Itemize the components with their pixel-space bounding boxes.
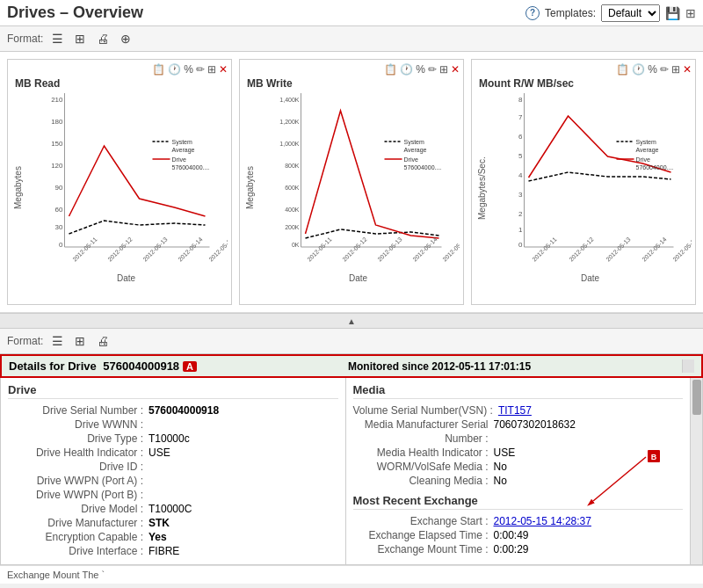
svg-text:60: 60 bbox=[55, 206, 63, 214]
page-header: Drives – Overview ? Templates: Default 💾… bbox=[0, 0, 703, 26]
chart-percent-icon3[interactable]: % bbox=[648, 63, 657, 76]
lower-grid-icon[interactable]: ⊞ bbox=[71, 332, 89, 350]
drive-model-row: Drive Model : T10000C bbox=[8, 503, 338, 515]
svg-text:576004000....: 576004000.... bbox=[172, 164, 210, 171]
exchange-start-value: 2012-05-15 14:28:37 bbox=[494, 515, 591, 527]
chart-close-icon3[interactable]: ✕ bbox=[683, 63, 692, 76]
exchange-start-link[interactable]: 2012-05-15 14:28:37 bbox=[494, 515, 591, 527]
svg-text:90: 90 bbox=[55, 184, 63, 192]
exchange-mount-row: Exchange Mount Time : 0:00:29 bbox=[353, 543, 684, 555]
chart-mb-read-toolbar: 📋 🕐 % ✏ ⊞ ✕ bbox=[11, 63, 228, 76]
media-vsn-value: TIT157 bbox=[498, 404, 532, 417]
drive-serial-value: 576004000918 bbox=[149, 404, 219, 417]
media-worm-row: WORM/VolSafe Media : No bbox=[353, 461, 684, 473]
chart-edit-icon[interactable]: ✏ bbox=[196, 63, 205, 76]
chart-copy-icon3[interactable]: 📋 bbox=[616, 63, 629, 76]
svg-text:8: 8 bbox=[518, 96, 523, 104]
svg-text:400K: 400K bbox=[285, 207, 300, 213]
drive-serial-row: Drive Serial Number : 576004000918 bbox=[8, 404, 338, 417]
chart-clock-icon[interactable]: 🕐 bbox=[168, 63, 181, 76]
svg-text:0K: 0K bbox=[292, 242, 300, 248]
grid-icon[interactable]: ⊞ bbox=[685, 6, 696, 20]
chart-close-icon[interactable]: ✕ bbox=[219, 63, 228, 76]
chart-clock-icon2[interactable]: 🕐 bbox=[400, 63, 413, 76]
details-container: Details for Drive 576004000918 A Monitor… bbox=[0, 354, 703, 584]
chart-mount-rw-svg: 8 7 6 5 4 3 2 1 0 2012-05-11 bbox=[489, 93, 692, 269]
save-icon[interactable]: 💾 bbox=[665, 6, 680, 20]
lower-list-icon[interactable]: ☰ bbox=[48, 332, 66, 350]
svg-text:1,000K: 1,000K bbox=[279, 141, 300, 147]
details-scrollbar[interactable] bbox=[690, 378, 702, 564]
drive-wwpn-b-label: Drive WWPN (Port B) : bbox=[8, 489, 149, 501]
chart-mb-read-yaxis: Megabytes bbox=[11, 93, 25, 283]
grid-view-icon[interactable]: ⊞ bbox=[71, 30, 89, 47]
chart-copy-icon[interactable]: 📋 bbox=[152, 63, 165, 76]
collapse-arrow: ▲ bbox=[347, 316, 356, 326]
drive-wwpn-a-label: Drive WWPN (Port A) : bbox=[8, 475, 149, 487]
format-label: Format: bbox=[7, 33, 43, 45]
svg-text:1,200K: 1,200K bbox=[279, 119, 300, 125]
drive-wwnn-row: Drive WWNN : bbox=[8, 418, 338, 431]
svg-text:120: 120 bbox=[51, 162, 63, 170]
chart-mount-rw-toolbar: 📋 🕐 % ✏ ⊞ ✕ bbox=[475, 63, 692, 76]
media-health-value: USE bbox=[494, 446, 516, 459]
media-health-row: Media Health Indicator : USE bbox=[353, 446, 684, 459]
chart-mb-write-title: MB Write bbox=[243, 77, 460, 90]
drive-wwnn-label: Drive WWNN : bbox=[8, 418, 149, 431]
svg-text:2012-05-11: 2012-05-11 bbox=[531, 236, 557, 262]
svg-text:600K: 600K bbox=[285, 185, 300, 191]
chart-edit-icon2[interactable]: ✏ bbox=[428, 63, 437, 76]
charts-container: 📋 🕐 % ✏ ⊞ ✕ MB Read Megabytes 210 bbox=[0, 52, 703, 313]
drive-encrypt-label: Encryption Capable : bbox=[8, 531, 149, 543]
svg-text:2012-05-11: 2012-05-11 bbox=[71, 236, 98, 262]
lower-print-icon[interactable]: 🖨 bbox=[94, 332, 112, 350]
svg-text:System: System bbox=[172, 139, 193, 146]
svg-text:5: 5 bbox=[518, 152, 523, 160]
print-icon[interactable]: 🖨 bbox=[94, 30, 112, 47]
exchange-mount-value: 0:00:29 bbox=[494, 543, 529, 555]
drive-manufacturer-row: Drive Manufacturer : STK bbox=[8, 517, 338, 529]
chart-percent-icon2[interactable]: % bbox=[416, 63, 425, 76]
svg-text:System: System bbox=[404, 139, 425, 146]
drive-manufacturer-value: STK bbox=[149, 517, 170, 529]
chart-mb-write-svg-area: 1,400K 1,200K 1,000K 800K 600K 400K 200K… bbox=[257, 93, 460, 283]
chart-clock-icon3[interactable]: 🕐 bbox=[632, 63, 645, 76]
svg-text:200K: 200K bbox=[285, 224, 300, 230]
chart-table-icon2[interactable]: ⊞ bbox=[439, 63, 448, 76]
templates-label: Templates: bbox=[545, 7, 596, 19]
chart-table-icon[interactable]: ⊞ bbox=[207, 63, 216, 76]
templates-select[interactable]: Default bbox=[601, 4, 660, 22]
chart-close-icon2[interactable]: ✕ bbox=[451, 63, 460, 76]
scrollbar-thumb[interactable] bbox=[692, 380, 701, 415]
add-icon[interactable]: ⊕ bbox=[117, 30, 134, 47]
chart-mb-write-yaxis: Megabytes bbox=[243, 93, 257, 283]
chart-mount-rw-xaxis: Date bbox=[489, 273, 692, 283]
drive-manufacturer-label: Drive Manufacturer : bbox=[8, 517, 149, 529]
chart-percent-icon[interactable]: % bbox=[184, 63, 193, 76]
drive-model-value: T10000C bbox=[149, 503, 192, 515]
media-vsn-row: Volume Serial Number(VSN) : TIT157 bbox=[353, 404, 684, 417]
drive-model-label: Drive Model : bbox=[8, 503, 149, 515]
svg-text:Average: Average bbox=[636, 147, 659, 154]
chart-copy-icon2[interactable]: 📋 bbox=[384, 63, 397, 76]
svg-text:3: 3 bbox=[518, 191, 523, 199]
svg-text:2: 2 bbox=[518, 210, 523, 218]
collapse-bar[interactable]: ▲ bbox=[0, 313, 703, 329]
chart-mb-write-wrap: Megabytes 1,400K 1,200K 1,000K 800K 600K… bbox=[243, 93, 460, 283]
drive-interface-label: Drive Interface : bbox=[8, 545, 149, 557]
drive-id-label: Drive ID : bbox=[8, 461, 149, 473]
exchange-mount-label: Exchange Mount Time : bbox=[353, 543, 494, 555]
drive-type-value: T10000c bbox=[149, 432, 190, 445]
list-icon[interactable]: ☰ bbox=[48, 30, 66, 47]
vsn-link[interactable]: TIT157 bbox=[498, 404, 532, 417]
svg-text:0: 0 bbox=[59, 241, 63, 249]
svg-text:2012-05-12: 2012-05-12 bbox=[106, 236, 133, 262]
chart-table-icon3[interactable]: ⊞ bbox=[671, 63, 680, 76]
help-icon[interactable]: ? bbox=[525, 6, 540, 20]
scrollbar[interactable] bbox=[682, 359, 694, 373]
chart-edit-icon3[interactable]: ✏ bbox=[660, 63, 669, 76]
svg-text:6: 6 bbox=[518, 133, 523, 141]
drive-health-value: USE bbox=[149, 446, 170, 459]
chart-mb-write-svg: 1,400K 1,200K 1,000K 800K 600K 400K 200K… bbox=[257, 93, 460, 269]
chart-mb-read-title: MB Read bbox=[11, 77, 228, 90]
